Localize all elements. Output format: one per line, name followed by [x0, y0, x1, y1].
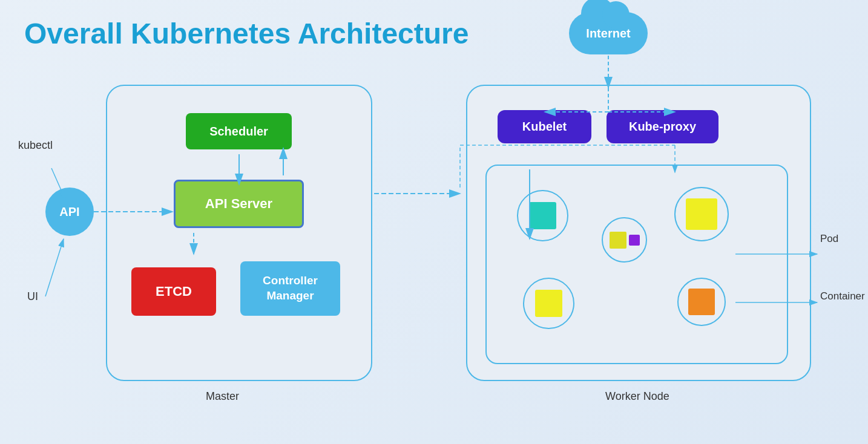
etcd-label: ETCD — [156, 284, 192, 299]
container-1 — [529, 202, 556, 229]
api-server-label: API Server — [205, 196, 272, 212]
cloud-shape: Internet — [569, 12, 648, 54]
container-2b — [629, 235, 640, 246]
container-4 — [686, 198, 717, 230]
ui-label: UI — [27, 290, 38, 303]
kubectl-label: kubectl — [18, 139, 53, 152]
worker-node-box: Kubelet Kube-proxy — [466, 85, 811, 381]
kube-proxy-label: Kube-proxy — [629, 120, 696, 134]
main-diagram: Overall Kubernetes Architecture Internet… — [0, 0, 868, 444]
container-2 — [610, 232, 640, 249]
api-circle-label: API — [59, 205, 79, 219]
container-3 — [535, 290, 562, 317]
svg-line-4 — [45, 239, 64, 296]
kube-proxy-button: Kube-proxy — [607, 110, 718, 143]
controller-manager-label: ControllerManager — [263, 273, 318, 303]
worker-node-label: Worker Node — [605, 390, 669, 403]
pod-5 — [677, 278, 726, 326]
kubelet-label: Kubelet — [522, 120, 567, 134]
internet-cloud: Internet — [569, 12, 648, 54]
container-5 — [688, 289, 715, 315]
api-server-button: API Server — [174, 180, 304, 228]
pod-3 — [523, 278, 574, 329]
inner-node-box — [485, 165, 788, 364]
container-2a — [610, 232, 626, 249]
scheduler-button: Scheduler — [186, 113, 292, 149]
etcd-button: ETCD — [131, 267, 216, 316]
api-circle: API — [45, 188, 94, 236]
scheduler-label: Scheduler — [209, 125, 268, 139]
controller-manager-button: ControllerManager — [240, 261, 340, 316]
pod-2 — [602, 217, 647, 263]
pod-label: Pod — [820, 233, 838, 245]
pod-1 — [517, 190, 568, 241]
page-title: Overall Kubernetes Architecture — [24, 17, 469, 50]
master-label: Master — [206, 390, 239, 403]
pod-4 — [674, 187, 729, 241]
internet-label: Internet — [586, 27, 630, 41]
kubelet-button: Kubelet — [498, 110, 591, 143]
container-label: Container — [820, 290, 865, 302]
master-box: Scheduler API Server ETCD ControllerMana… — [106, 85, 372, 381]
